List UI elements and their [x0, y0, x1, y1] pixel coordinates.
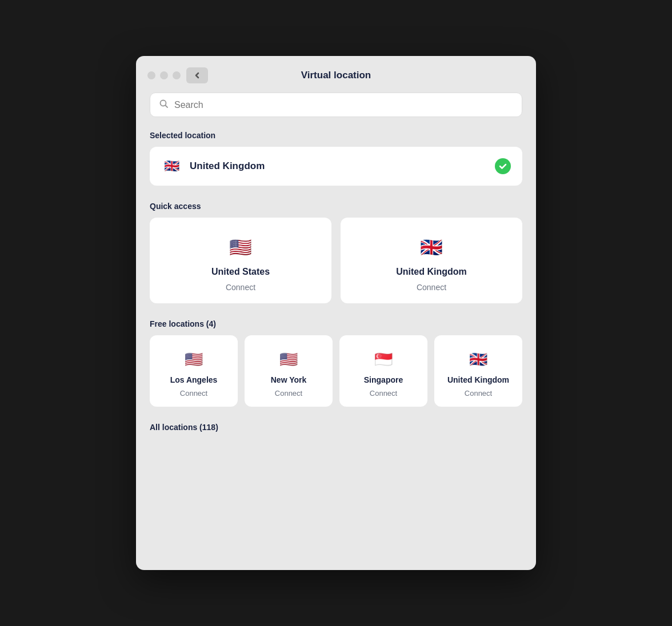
free-card-action-uk2: Connect — [465, 389, 492, 398]
traffic-light-maximize[interactable] — [173, 71, 181, 79]
selected-check-badge — [495, 158, 511, 174]
free-card-name-la: Los Angeles — [170, 375, 218, 384]
flag-uk: 🇬🇧 — [418, 234, 445, 261]
selected-flag: 🇬🇧 — [161, 156, 182, 176]
quick-access-card-uk[interactable]: 🇬🇧 United Kingdom Connect — [341, 218, 522, 303]
free-card-sg[interactable]: 🇸🇬 Singapore Connect — [339, 335, 427, 407]
free-locations-grid: 🇺🇸 Los Angeles Connect 🇺🇸 New York Conne… — [150, 335, 522, 407]
quick-card-name-us: United States — [211, 267, 270, 277]
selected-location-card[interactable]: 🇬🇧 United Kingdom — [150, 147, 522, 186]
main-window: Virtual location Selected location 🇬🇧 Un… — [136, 56, 536, 570]
quick-access-grid: 🇺🇸 United States Connect 🇬🇧 United Kingd… — [150, 218, 522, 303]
quick-card-action-us: Connect — [226, 283, 255, 292]
selected-location-name: United Kingdom — [190, 160, 487, 172]
search-bar[interactable] — [150, 93, 522, 117]
back-button[interactable] — [186, 67, 208, 83]
free-card-action-ny: Connect — [275, 389, 302, 398]
content-area: Selected location 🇬🇧 United Kingdom Quic… — [136, 93, 536, 432]
window-title: Virtual location — [301, 70, 371, 81]
quick-card-name-uk: United Kingdom — [396, 267, 467, 277]
free-card-action-sg: Connect — [370, 389, 397, 398]
flag-ny: 🇺🇸 — [277, 348, 300, 371]
selected-location-label: Selected location — [150, 131, 522, 140]
search-input[interactable] — [174, 100, 513, 110]
free-card-action-la: Connect — [180, 389, 207, 398]
traffic-light-minimize[interactable] — [160, 71, 168, 79]
flag-us: 🇺🇸 — [227, 234, 254, 261]
flag-uk2: 🇬🇧 — [467, 348, 490, 371]
traffic-light-close[interactable] — [147, 71, 155, 79]
svg-line-1 — [166, 106, 168, 108]
quick-access-card-us[interactable]: 🇺🇸 United States Connect — [150, 218, 331, 303]
free-card-name-uk2: United Kingdom — [447, 375, 509, 384]
flag-la: 🇺🇸 — [182, 348, 205, 371]
free-card-uk2[interactable]: 🇬🇧 United Kingdom Connect — [434, 335, 522, 407]
free-locations-label: Free locations (4) — [150, 319, 522, 328]
free-card-name-sg: Singapore — [364, 375, 403, 384]
all-locations-label[interactable]: All locations (118) — [150, 423, 522, 432]
flag-sg: 🇸🇬 — [372, 348, 395, 371]
titlebar: Virtual location — [136, 56, 536, 93]
quick-card-action-uk: Connect — [417, 283, 446, 292]
free-card-la[interactable]: 🇺🇸 Los Angeles Connect — [150, 335, 238, 407]
search-icon — [159, 99, 169, 110]
free-card-ny[interactable]: 🇺🇸 New York Connect — [245, 335, 333, 407]
free-card-name-ny: New York — [271, 375, 307, 384]
quick-access-label: Quick access — [150, 202, 522, 211]
traffic-lights — [147, 71, 181, 79]
